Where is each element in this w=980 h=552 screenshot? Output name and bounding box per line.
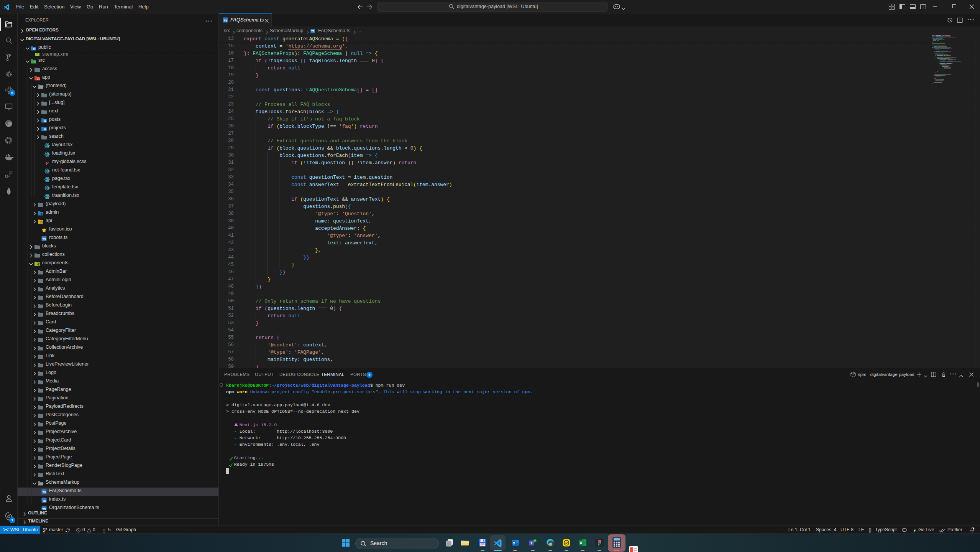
svg-text:‹/›: ‹/› [34, 61, 36, 63]
svg-text:T: T [530, 541, 533, 545]
svg-text:TS: TS [223, 19, 227, 22]
svg-text:TS: TS [42, 237, 46, 241]
svg-text:TS: TS [42, 491, 46, 494]
svg-text:TS: TS [42, 499, 46, 503]
svg-text:TS: TS [311, 30, 314, 33]
